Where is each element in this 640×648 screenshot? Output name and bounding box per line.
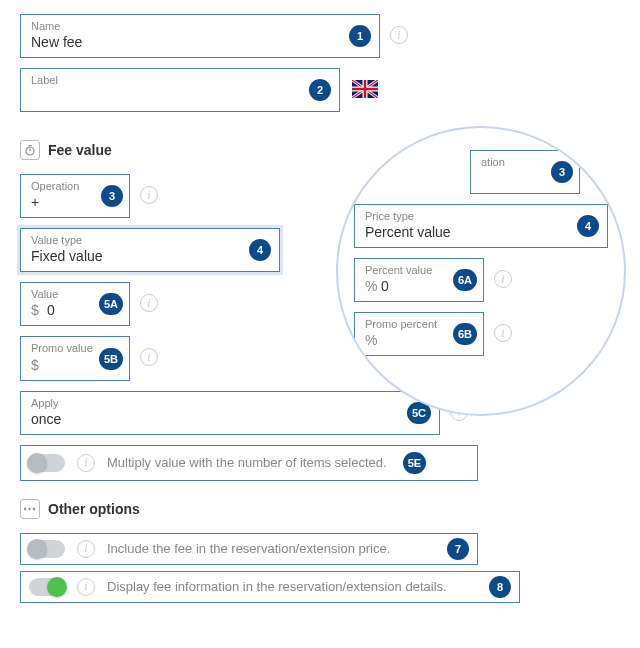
badge-include-fee: 7	[447, 538, 469, 560]
promo-value-field[interactable]: Promo value $ 5B	[20, 336, 130, 380]
multiply-label: Multiply value with the number of items …	[107, 455, 387, 470]
apply-value: once	[31, 411, 429, 428]
info-icon[interactable]: i	[140, 294, 158, 312]
info-icon[interactable]: i	[140, 348, 158, 366]
value-type-value: Fixed value	[31, 248, 269, 265]
name-label: Name	[31, 20, 369, 32]
value-prefix: $	[31, 302, 47, 318]
callout-circle: ation 3 i Price type Percent value 4 Per…	[336, 126, 626, 416]
badge-name: 1	[349, 25, 371, 47]
callout-operation-field[interactable]: ation 3	[470, 150, 580, 194]
info-icon[interactable]: i	[494, 270, 512, 288]
percent-value-prefix: %	[365, 278, 381, 294]
display-fee-row: i Display fee information in the reserva…	[20, 571, 520, 603]
operation-field[interactable]: Operation + 3	[20, 174, 130, 218]
badge-value: 5A	[99, 293, 123, 315]
info-icon[interactable]: i	[77, 540, 95, 558]
fee-value-title: Fee value	[48, 142, 112, 158]
other-options-section-header: ⋯ Other options	[20, 499, 620, 519]
value-type-field[interactable]: Value type Fixed value 4	[20, 228, 280, 272]
price-type-value: Percent value	[365, 224, 597, 241]
info-icon[interactable]: i	[494, 324, 512, 342]
price-type-label: Price type	[365, 210, 597, 222]
info-icon[interactable]: i	[77, 454, 95, 472]
badge-promo-percent: 6B	[453, 323, 477, 345]
percent-value-field[interactable]: Percent value %0 6A	[354, 258, 484, 302]
badge-label: 2	[309, 79, 331, 101]
info-icon[interactable]: i	[390, 26, 408, 44]
label-label: Label	[31, 74, 329, 86]
stopwatch-icon	[20, 140, 40, 160]
badge-callout-operation: 3	[551, 161, 573, 183]
price-type-field[interactable]: Price type Percent value 4	[354, 204, 608, 248]
badge-price-type: 4	[577, 215, 599, 237]
include-fee-row: i Include the fee in the reservation/ext…	[20, 533, 478, 565]
promo-value-prefix: $	[31, 357, 47, 373]
multiply-toggle[interactable]	[29, 454, 65, 472]
value-field[interactable]: Value $0 5A	[20, 282, 130, 326]
badge-multiply: 5E	[403, 452, 426, 474]
label-field[interactable]: Label 2	[20, 68, 340, 112]
value-type-label: Value type	[31, 234, 269, 246]
promo-percent-prefix: %	[365, 332, 381, 348]
badge-value-type: 4	[249, 239, 271, 261]
promo-percent-field[interactable]: Promo percent % 6B	[354, 312, 484, 356]
ellipsis-icon: ⋯	[20, 499, 40, 519]
display-fee-label: Display fee information in the reservati…	[107, 579, 447, 594]
badge-promo-value: 5B	[99, 348, 123, 370]
badge-operation: 3	[101, 185, 123, 207]
label-value	[31, 88, 329, 105]
badge-display-fee: 8	[489, 576, 511, 598]
name-value: New fee	[31, 34, 369, 51]
apply-field[interactable]: Apply once 5C	[20, 391, 440, 435]
apply-label: Apply	[31, 397, 429, 409]
name-field[interactable]: Name New fee 1	[20, 14, 380, 58]
flag-uk-icon[interactable]	[350, 74, 380, 104]
include-fee-toggle[interactable]	[29, 540, 65, 558]
info-icon[interactable]: i	[140, 186, 158, 204]
multiply-row: i Multiply value with the number of item…	[20, 445, 478, 481]
display-fee-toggle[interactable]	[29, 578, 65, 596]
include-fee-label: Include the fee in the reservation/exten…	[107, 541, 390, 556]
other-options-title: Other options	[48, 501, 140, 517]
info-icon[interactable]: i	[77, 578, 95, 596]
badge-percent-value: 6A	[453, 269, 477, 291]
